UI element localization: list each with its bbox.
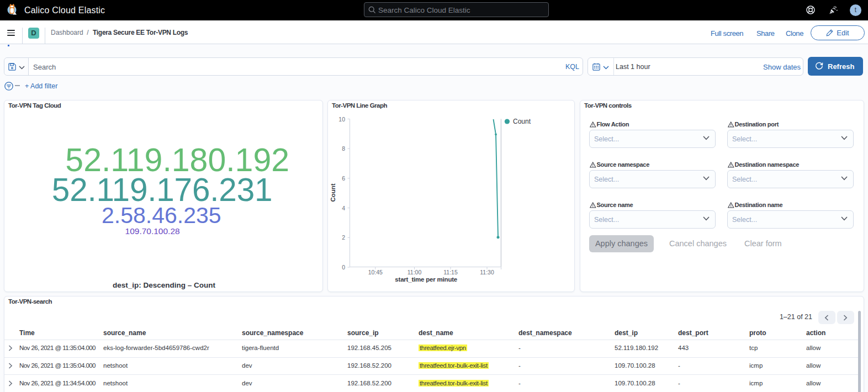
svg-text:4: 4 — [342, 205, 345, 211]
svg-text:11:30: 11:30 — [480, 269, 494, 276]
svg-text:11:00: 11:00 — [407, 269, 422, 276]
svg-text:8: 8 — [342, 145, 345, 152]
svg-text:2: 2 — [342, 234, 345, 241]
svg-text:Count: Count — [513, 118, 531, 125]
svg-text:10:45: 10:45 — [368, 269, 383, 276]
svg-text:11:15: 11:15 — [443, 269, 458, 276]
svg-text:start_time per minute: start_time per minute — [395, 276, 457, 283]
svg-text:6: 6 — [342, 175, 345, 182]
svg-text:10: 10 — [338, 116, 345, 123]
svg-text:0: 0 — [342, 264, 345, 271]
svg-text:Count: Count — [330, 183, 336, 202]
